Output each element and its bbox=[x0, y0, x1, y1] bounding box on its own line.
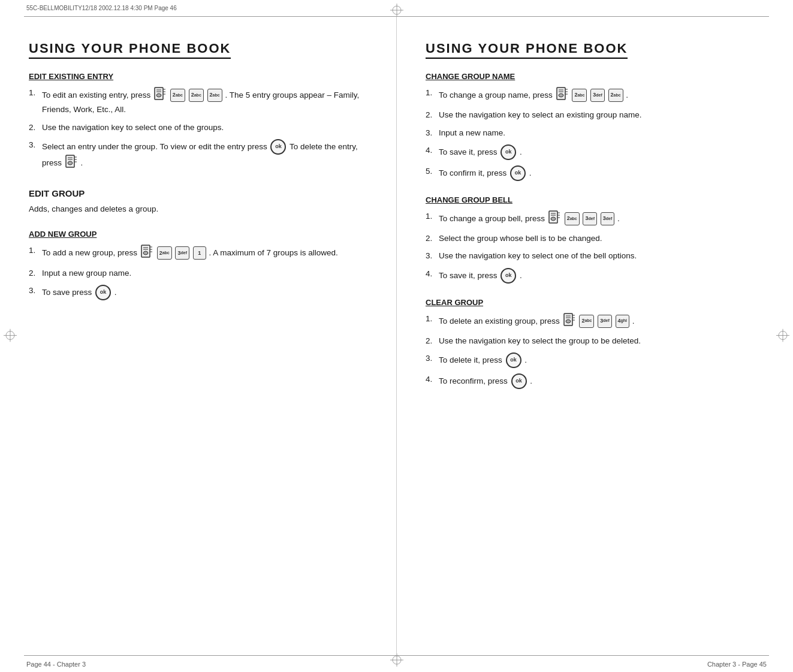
list-item: 3. Select an entry under the group. To v… bbox=[29, 139, 367, 171]
list-item: 5. To confirm it, press ok . bbox=[426, 165, 764, 181]
list-num: 3. bbox=[29, 285, 42, 300]
list-num: 1. bbox=[426, 87, 439, 104]
list-content: Use the navigation key to select the gro… bbox=[439, 335, 764, 347]
edit-group-desc: Adds, changes and deletes a group. bbox=[29, 203, 367, 215]
page-wrapper: 55C-BELLMOBILITY12/18 2002.12.18 4:30 PM… bbox=[0, 0, 793, 672]
list-item: 1. To delete an existing group, press bbox=[426, 313, 764, 330]
list-num: 1. bbox=[426, 313, 439, 330]
list-content: To save it, press ok . bbox=[439, 144, 764, 160]
list-item: 1. To edit an existing entry, press bbox=[29, 87, 367, 116]
list-item: 2. Use the navigation key to select an e… bbox=[426, 109, 764, 121]
key-r2-2: 2abc bbox=[565, 212, 580, 225]
list-content: To change a group bell, press 2abc bbox=[439, 210, 764, 227]
key-r3-3: 3def bbox=[598, 315, 612, 328]
heading-add-new-group: ADD NEW GROUP bbox=[29, 230, 367, 239]
heading-edit-group: EDIT GROUP bbox=[29, 188, 367, 198]
list-content: Use the navigation key to select one of … bbox=[439, 250, 764, 262]
heading-change-group-name: CHANGE GROUP NAME bbox=[426, 72, 764, 81]
list-content: To save it, press ok . bbox=[439, 268, 764, 284]
key-2abc: 2abc bbox=[170, 89, 185, 102]
key-2abc-3: 2abc bbox=[207, 89, 222, 102]
list-content: To confirm it, press ok . bbox=[439, 165, 764, 181]
list-num: 2. bbox=[426, 335, 439, 347]
list-item: 3. Input a new name. bbox=[426, 127, 764, 139]
left-title: USING YOUR PHONE BOOK bbox=[29, 41, 231, 59]
phonebook-icon-2 bbox=[65, 155, 77, 171]
heading-clear-group: CLEAR GROUP bbox=[426, 298, 764, 307]
list-num: 4. bbox=[426, 144, 439, 160]
left-column: USING YOUR PHONE BOOK EDIT EXISTING ENTR… bbox=[0, 17, 397, 655]
phonebook-icon-r2 bbox=[548, 210, 560, 227]
key-r1-2b: 2abc bbox=[608, 89, 623, 102]
list-num: 3. bbox=[29, 139, 42, 171]
ok-button-icon-r5: ok bbox=[511, 373, 527, 389]
key-r3-4: 4ghi bbox=[616, 315, 630, 328]
list-item: 2. Select the group whose bell is to be … bbox=[426, 233, 764, 245]
right-column: USING YOUR PHONE BOOK CHANGE GROUP NAME … bbox=[397, 17, 793, 655]
list-content: Select an entry under the group. To view… bbox=[42, 139, 367, 171]
list-num: 2. bbox=[29, 122, 42, 134]
phonebook-icon-3 bbox=[141, 245, 153, 261]
header-text: 55C-BELLMOBILITY12/18 2002.12.18 4:30 PM… bbox=[26, 5, 177, 11]
list-content: To change a group name, press 2abc bbox=[439, 87, 764, 104]
list-content: Input a new group name. bbox=[42, 267, 367, 279]
list-num: 3. bbox=[426, 250, 439, 262]
list-item: 3. To save press ok . bbox=[29, 285, 367, 300]
list-content: To edit an existing entry, press bbox=[42, 87, 367, 116]
phonebook-icon-r1 bbox=[556, 87, 568, 104]
list-content: Use the navigation key to select an exis… bbox=[439, 109, 764, 121]
list-content: To save press ok . bbox=[42, 285, 367, 300]
list-num: 2. bbox=[426, 109, 439, 121]
key-r1-2: 2abc bbox=[572, 89, 587, 102]
key-r2-3: 3def bbox=[583, 212, 597, 225]
phonebook-icon-r3 bbox=[563, 313, 575, 330]
key-2abc-2: 2abc bbox=[189, 89, 204, 102]
list-num: 2. bbox=[29, 267, 42, 279]
list-item: 2. Use the navigation key to select one … bbox=[29, 122, 367, 134]
list-item: 4. To save it, press ok . bbox=[426, 268, 764, 284]
list-content: To add a new group, press 2abc bbox=[42, 245, 367, 261]
list-num: 5. bbox=[426, 165, 439, 181]
ok-button-icon-r3: ok bbox=[500, 268, 516, 284]
list-item: 2. Input a new group name. bbox=[29, 267, 367, 279]
key-r2-3b: 3def bbox=[601, 212, 615, 225]
ok-button-icon-r1: ok bbox=[500, 144, 516, 160]
list-content: Select the group whose bell is to be cha… bbox=[439, 233, 764, 245]
heading-edit-existing: EDIT EXISTING ENTRY bbox=[29, 72, 367, 81]
list-item: 1. To change a group name, press bbox=[426, 87, 764, 104]
right-title: USING YOUR PHONE BOOK bbox=[426, 41, 628, 59]
key-2abc-4: 2abc bbox=[157, 246, 172, 260]
list-num: 4. bbox=[426, 268, 439, 284]
footer-strip: Page 44 - Chapter 3 Chapter 3 - Page 45 bbox=[24, 655, 769, 672]
ok-button-icon: ok bbox=[270, 139, 286, 155]
list-item: 1. To add a new group, press bbox=[29, 245, 367, 261]
key-r1-3: 3def bbox=[590, 89, 605, 102]
phonebook-icon bbox=[154, 87, 166, 104]
header-strip: 55C-BELLMOBILITY12/18 2002.12.18 4:30 PM… bbox=[24, 0, 769, 17]
footer-left: Page 44 - Chapter 3 bbox=[26, 661, 86, 668]
list-num: 1. bbox=[29, 245, 42, 261]
key-3def: 3def bbox=[175, 246, 189, 260]
columns: USING YOUR PHONE BOOK EDIT EXISTING ENTR… bbox=[0, 17, 793, 655]
ok-button-icon-2: ok bbox=[95, 285, 111, 300]
list-content: To delete an existing group, press 2a bbox=[439, 313, 764, 330]
list-item: 3. To delete it, press ok . bbox=[426, 352, 764, 368]
list-item: 3. Use the navigation key to select one … bbox=[426, 250, 764, 262]
footer-right: Chapter 3 - Page 45 bbox=[707, 661, 767, 668]
heading-change-group-bell: CHANGE GROUP BELL bbox=[426, 195, 764, 204]
key-1: 1 bbox=[193, 246, 206, 260]
list-num: 2. bbox=[426, 233, 439, 245]
key-r3-2: 2abc bbox=[579, 315, 594, 328]
list-content: Use the navigation key to select one of … bbox=[42, 122, 367, 134]
list-item: 4. To save it, press ok . bbox=[426, 144, 764, 160]
list-content: Input a new name. bbox=[439, 127, 764, 139]
list-num: 3. bbox=[426, 352, 439, 368]
list-item: 2. Use the navigation key to select the … bbox=[426, 335, 764, 347]
list-item: 1. To change a group bell, press bbox=[426, 210, 764, 227]
ok-button-icon-r4: ok bbox=[506, 352, 521, 368]
ok-button-icon-r2: ok bbox=[510, 165, 526, 181]
list-num: 1. bbox=[29, 87, 42, 116]
list-num: 4. bbox=[426, 373, 439, 389]
list-num: 3. bbox=[426, 127, 439, 139]
list-num: 1. bbox=[426, 210, 439, 227]
